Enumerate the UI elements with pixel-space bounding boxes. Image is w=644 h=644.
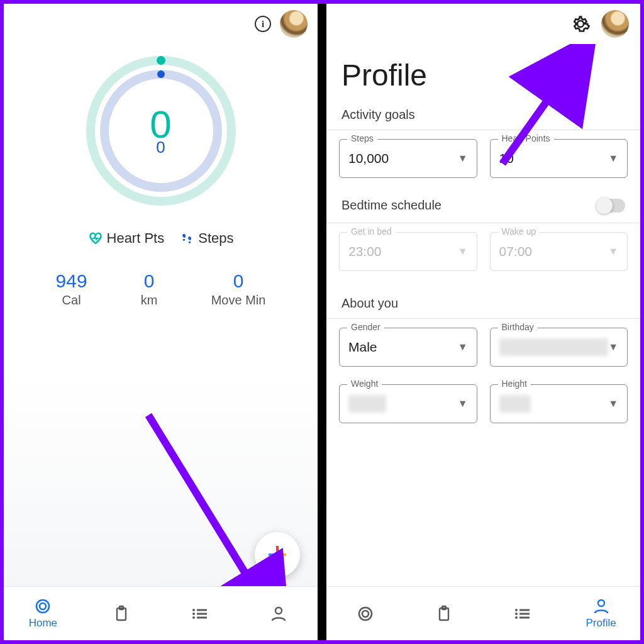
- redacted-value: [348, 395, 386, 413]
- svg-point-22: [362, 611, 369, 617]
- nav-home[interactable]: [326, 587, 405, 640]
- bottom-nav: Home: [4, 586, 318, 640]
- info-icon[interactable]: i: [255, 16, 271, 32]
- svg-rect-18: [197, 616, 207, 618]
- birthday-field[interactable]: Birthday ▼: [490, 328, 628, 367]
- nav-browse[interactable]: [161, 587, 240, 640]
- gender-field[interactable]: Gender Male ▼: [339, 328, 477, 367]
- bedtime-toggle[interactable]: [596, 199, 625, 213]
- svg-rect-7: [279, 553, 286, 556]
- heart-icon: [88, 231, 103, 246]
- clipboard-icon: [435, 605, 453, 623]
- steps-icon: [179, 231, 194, 246]
- nav-profile[interactable]: [239, 587, 318, 640]
- person-icon: [592, 597, 610, 615]
- svg-rect-5: [276, 556, 279, 564]
- svg-point-27: [515, 613, 518, 615]
- height-field[interactable]: Height ▼: [490, 384, 628, 423]
- wake-up-field: Wake up 07:00 ▼: [490, 232, 628, 271]
- steps-goal-field[interactable]: Steps 10,000 ▼: [339, 139, 477, 178]
- svg-point-10: [40, 603, 46, 609]
- profile-screen: Profile Activity goals Steps 10,000 ▼ He…: [326, 4, 640, 640]
- ring-legend: Heart Pts Steps: [4, 230, 318, 247]
- chevron-down-icon: ▼: [608, 341, 618, 353]
- section-activity-goals: Activity goals: [326, 108, 640, 130]
- plus-icon: [267, 544, 288, 565]
- svg-point-2: [157, 56, 165, 65]
- svg-point-3: [157, 70, 165, 78]
- bottom-nav: Profile: [326, 586, 640, 640]
- list-icon: [513, 605, 532, 623]
- home-screen: i 0 0: [4, 4, 318, 640]
- svg-point-13: [192, 609, 195, 611]
- chevron-down-icon: ▼: [458, 153, 468, 164]
- section-about-you: About you: [326, 280, 640, 318]
- chevron-down-icon: ▼: [608, 153, 618, 164]
- list-icon: [191, 605, 209, 623]
- activity-rings[interactable]: 0 0: [4, 49, 318, 213]
- chevron-down-icon: ▼: [458, 341, 468, 353]
- svg-point-15: [192, 613, 195, 615]
- svg-rect-28: [519, 613, 530, 614]
- svg-rect-4: [276, 546, 279, 553]
- redacted-value: [499, 338, 609, 356]
- page-title: Profile: [326, 44, 640, 108]
- metric-movemin[interactable]: 0 Move Min: [211, 270, 266, 308]
- svg-point-9: [36, 600, 49, 613]
- section-bedtime: Bedtime schedule: [341, 198, 441, 213]
- nav-journal[interactable]: [82, 587, 161, 640]
- gear-icon[interactable]: [571, 14, 590, 33]
- svg-rect-14: [197, 609, 207, 611]
- heart-points-goal-field[interactable]: Heart Points 10 ▼: [490, 139, 628, 178]
- get-in-bed-field: Get in bed 23:00 ▼: [339, 232, 477, 271]
- home-ring-icon: [357, 605, 374, 623]
- nav-home[interactable]: Home: [4, 587, 82, 640]
- chevron-down-icon: ▼: [458, 398, 468, 409]
- nav-browse[interactable]: [484, 587, 562, 640]
- clipboard-icon: [113, 605, 130, 623]
- person-icon: [270, 605, 287, 623]
- home-ring-icon: [34, 597, 52, 615]
- svg-rect-26: [519, 609, 530, 611]
- svg-rect-6: [269, 553, 276, 556]
- svg-point-29: [515, 616, 518, 619]
- add-fab[interactable]: [255, 532, 300, 577]
- chevron-down-icon: ▼: [458, 246, 468, 257]
- svg-rect-30: [519, 616, 530, 618]
- svg-point-19: [275, 608, 282, 614]
- weight-field[interactable]: Weight ▼: [339, 384, 477, 423]
- svg-point-25: [515, 609, 518, 611]
- svg-point-17: [192, 616, 195, 619]
- nav-journal[interactable]: [405, 587, 484, 640]
- metric-cal[interactable]: 949 Cal: [56, 270, 87, 308]
- nav-profile[interactable]: Profile: [562, 587, 640, 640]
- svg-line-8: [148, 415, 268, 610]
- redacted-value: [499, 395, 531, 413]
- chevron-down-icon: ▼: [608, 398, 618, 409]
- svg-point-21: [359, 608, 372, 620]
- avatar[interactable]: [280, 10, 308, 38]
- avatar[interactable]: [601, 10, 629, 38]
- chevron-down-icon: ▼: [608, 246, 618, 257]
- metric-km[interactable]: 0 km: [141, 270, 158, 308]
- svg-point-31: [598, 600, 604, 606]
- svg-rect-16: [197, 613, 207, 614]
